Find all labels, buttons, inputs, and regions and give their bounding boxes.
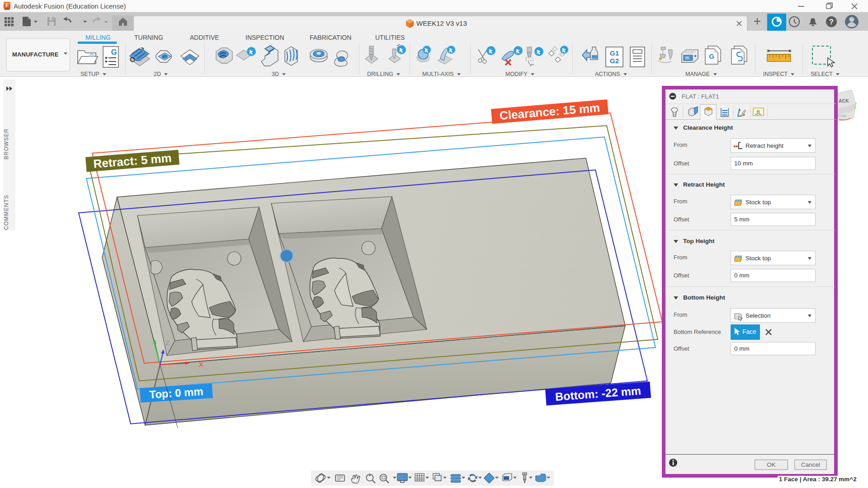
- svg-text:Z: Z: [165, 339, 170, 347]
- svg-text:ACK: ACK: [839, 98, 849, 103]
- svg-text:?: ?: [829, 18, 834, 26]
- svg-text:TTOM: TTOM: [837, 114, 846, 118]
- svg-text:X: X: [199, 361, 203, 368]
- svg-text:G: G: [709, 52, 714, 60]
- svg-text:G: G: [111, 48, 117, 56]
- svg-text:F: F: [5, 3, 9, 8]
- svg-text:G2: G2: [610, 57, 619, 65]
- svg-text:G1: G1: [610, 49, 619, 57]
